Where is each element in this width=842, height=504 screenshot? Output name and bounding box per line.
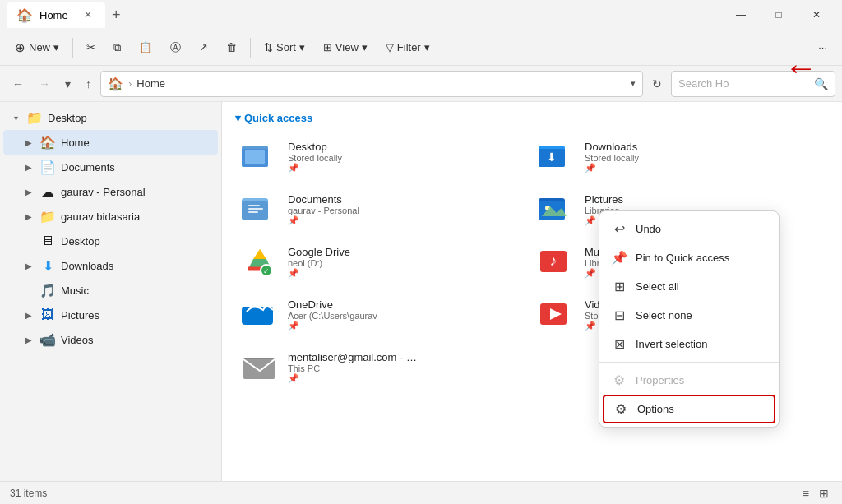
folder-documents[interactable]: Documents gaurav - Personal 📌 [235,183,532,236]
folder-downloads[interactable]: ⬇ Downloads Stored locally 📌 [532,131,829,183]
sidebar-item-music[interactable]: 🎵 Music [3,278,218,303]
chevron-right-icon: ▶ [23,187,35,197]
toolbar-separator-1 [72,38,73,58]
svg-rect-9 [248,208,263,210]
filter-dropdown-icon: ▾ [424,41,430,53]
paste-icon: 📋 [139,41,152,53]
refresh-button[interactable]: ↻ [646,73,668,95]
sidebar-item-gaurav-bidasaria[interactable]: ▶ 📁 gaurav bidasaria [3,204,218,229]
grid-view-button[interactable]: ⊞ [816,485,832,502]
address-bar-input[interactable]: 🏠 › Home ▾ [100,71,643,97]
back-button[interactable]: ← [7,73,30,95]
content-area: ▾ Quick access Desktop Stored locally [222,102,842,481]
pin-icon: 📌 [585,163,639,173]
copy-button[interactable]: ⧉ [105,34,129,62]
delete-button[interactable]: 🗑 [218,34,245,62]
address-dropdown-button[interactable]: ▾ [631,78,636,89]
menu-item-options[interactable]: ⚙ Options [603,395,775,423]
new-tab-button[interactable]: + [105,5,127,25]
folder-videos-thumb [537,295,576,335]
folder-onedrive-info: OneDrive Acer (C:\Users\gaurav 📌 [288,298,377,331]
properties-icon: ⚙ [611,372,627,388]
filter-label: Filter [397,41,421,53]
menu-item-select-all[interactable]: ⊞ Select all [599,272,779,301]
folder-sub: Acer (C:\Users\gaurav [288,311,377,321]
quick-access-chevron: ▾ [235,112,241,124]
menu-item-pin[interactable]: 📌 Pin to Quick access [599,243,779,272]
folder-desktop[interactable]: Desktop Stored locally 📌 [235,131,532,183]
sort-button[interactable]: ⇅ Sort ▾ [256,34,313,62]
list-view-button[interactable]: ≡ [799,485,812,502]
new-button[interactable]: ⊕ New ▾ [7,34,67,62]
minimize-button[interactable]: — [722,2,760,28]
filter-button[interactable]: ▽ Filter ▾ [377,34,438,62]
select-all-icon: ⊞ [611,279,627,294]
recent-locations-button[interactable]: ▾ [59,73,76,95]
content-wrapper: ▾ Quick access Desktop Stored locally [235,109,829,394]
item-count: 31 items [10,488,47,499]
pin-icon: 📌 [288,373,417,384]
share-button[interactable]: ↗ [191,34,216,62]
folder-mail[interactable]: mentaliser@gmail.com - … This PC 📌 [235,341,532,394]
sort-dropdown-icon: ▾ [299,41,305,53]
svg-rect-10 [248,211,258,213]
view-toggle-buttons: ≡ ⊞ [799,485,832,502]
sidebar-item-desktop-root[interactable]: ▾ 📁 Desktop [3,105,218,130]
maximize-button[interactable]: □ [760,2,798,28]
view-label: View [335,41,359,53]
pin-icon: 📌 [288,215,359,226]
sidebar-item-desktop[interactable]: 🖥 Desktop [3,229,218,253]
sidebar-item-pictures[interactable]: ▶ 🖼 Pictures [3,303,218,327]
folder-name: mentaliser@gmail.com - … [288,351,417,363]
sidebar-item-gaurav-personal[interactable]: ▶ ☁ gaurav - Personal [3,179,218,204]
sidebar-item-label: Home [61,136,211,149]
folder-documents-thumb [240,190,280,229]
search-bar[interactable]: Search Ho 🔍 [671,71,835,97]
address-home-icon: 🏠 [108,76,123,91]
view-dropdown-icon: ▾ [362,41,368,53]
tab-close-button[interactable]: ✕ [81,7,95,22]
sidebar-item-label: Downloads [61,260,211,272]
sort-label: Sort [276,41,296,53]
rename-button[interactable]: Ⓐ [162,34,189,62]
pin-icon: 📌 [288,163,342,173]
pin-icon: 📌 [288,268,350,279]
videos-icon: 📹 [39,332,56,348]
svg-rect-7 [242,201,268,220]
folder-name: Downloads [585,141,639,153]
sidebar-item-downloads[interactable]: ▶ ⬇ Downloads [3,253,218,278]
dropdown-menu: ↩ Undo 📌 Pin to Quick access ⊞ Select al… [599,210,780,428]
folder-google-drive[interactable]: ✓ Google Drive neol (D:) 📌 [235,236,532,289]
menu-item-label: Invert selection [636,338,707,350]
cut-button[interactable]: ✂ [78,34,104,62]
folder-sub: Stored locally [585,153,639,163]
search-button[interactable]: 🔍 [814,77,828,90]
up-button[interactable]: ↑ [80,73,97,95]
folder-name: Desktop [288,141,342,153]
menu-item-undo[interactable]: ↩ Undo [599,215,779,243]
paste-button[interactable]: 📋 [131,34,160,62]
options-icon: ⚙ [613,401,629,417]
ellipsis-button[interactable]: ··· [810,34,835,62]
folder-gdrive-thumb: ✓ [240,243,280,282]
quick-access-label: Quick access [244,112,312,124]
folder-name: OneDrive [288,298,377,311]
sidebar-item-home[interactable]: ▶ 🏠 Home [3,130,218,155]
quick-access-header[interactable]: ▾ Quick access [235,109,829,131]
menu-item-select-none[interactable]: ⊟ Select none [599,301,779,330]
sort-icon: ⇅ [264,41,273,53]
menu-item-invert-selection[interactable]: ⊠ Invert selection [599,330,779,358]
sidebar-item-videos[interactable]: ▶ 📹 Videos [3,327,218,352]
menu-item-label: Pin to Quick access [636,252,729,264]
forward-button[interactable]: → [33,73,56,95]
share-icon: ↗ [199,41,208,53]
close-button[interactable]: ✕ [798,2,835,28]
window-controls: — □ ✕ [722,2,835,28]
tab-home[interactable]: 🏠 Home ✕ [7,2,105,28]
sidebar-item-documents[interactable]: ▶ 📄 Documents [3,155,218,179]
view-button[interactable]: ⊞ View ▾ [315,34,376,62]
copy-icon: ⧉ [113,41,121,54]
cut-icon: ✂ [86,41,95,53]
folder-onedrive[interactable]: OneDrive Acer (C:\Users\gaurav 📌 [235,289,532,341]
folder-downloads-info: Downloads Stored locally 📌 [585,141,639,173]
